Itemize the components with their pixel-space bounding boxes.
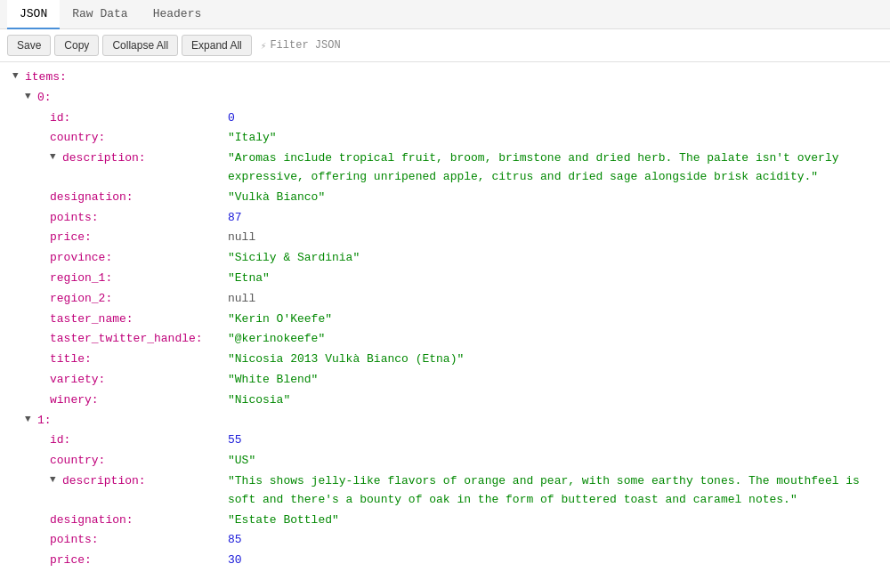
filter-area[interactable]: ⚡ Filter JSON: [261, 39, 341, 52]
item0-title-row: title: "Nicosia 2013 Vulkà Bianco (Etna)…: [0, 350, 890, 370]
item0-country-row: country: "Italy": [0, 128, 890, 149]
item1-designation-val: "Estate Bottled": [228, 513, 339, 527]
expand-all-button[interactable]: Expand All: [182, 35, 252, 56]
item0-region1-row: region_1: "Etna": [0, 269, 890, 289]
item0-region1-val: "Etna": [228, 271, 270, 285]
toolbar: Save Copy Collapse All Expand All ⚡ Filt…: [0, 29, 890, 62]
item0-province-key: province:: [50, 249, 112, 268]
item0-winery-row: winery: "Nicosia": [0, 391, 890, 411]
item1-description-key: description:: [62, 472, 146, 491]
item0-points-val: 87: [228, 211, 242, 224]
item0-winery-val: "Nicosia": [228, 393, 290, 407]
item0-country-key: country:: [50, 129, 105, 148]
item0-designation-row: designation: "Vulkà Bianco": [0, 188, 890, 208]
item1-id-row: id: 55: [0, 431, 890, 451]
item1-points-val: 85: [228, 533, 242, 546]
item0-points-key: points:: [50, 209, 99, 228]
item1-id-key: id:: [50, 431, 70, 450]
item1-price-val: 30: [228, 553, 242, 567]
tab-headers[interactable]: Headers: [141, 0, 214, 29]
item0-taster-name-row: taster_name: "Kerin O'Keefe": [0, 310, 890, 330]
item0-variety-row: variety: "White Blend": [0, 370, 890, 391]
save-button[interactable]: Save: [7, 35, 51, 56]
item0-variety-key: variety:: [50, 371, 105, 390]
item1-points-row: points: 85: [0, 530, 890, 551]
item0-description-row: ▼ description: "Aromas include tropical …: [0, 149, 890, 188]
items-label: items:: [25, 68, 67, 87]
item1-label: 1:: [37, 412, 52, 431]
item0-price-row: price: null: [0, 228, 890, 248]
item0-taster-name-key: taster_name:: [50, 310, 134, 329]
item0-title-val: "Nicosia 2013 Vulkà Bianco (Etna)": [228, 352, 464, 366]
filter-icon: ⚡: [261, 40, 267, 52]
item0-id-key: id:: [50, 109, 70, 128]
item0-province-row: province: "Sicily & Sardinia": [0, 248, 890, 269]
item0-designation-key: designation:: [50, 189, 134, 207]
item0-taster-twitter-val: "@kerinokeefe": [228, 332, 325, 345]
item1-designation-row: designation: "Estate Bottled": [0, 511, 890, 531]
item0-country-val: "Italy": [228, 131, 277, 144]
tab-json[interactable]: JSON: [7, 0, 60, 29]
item0-id-row: id: 0: [0, 109, 890, 129]
item1-country-key: country:: [50, 452, 105, 471]
item0-province-val: "Sicily & Sardinia": [228, 251, 360, 264]
item0-taster-name-val: "Kerin O'Keefe": [228, 312, 332, 326]
item1-price-key: price:: [50, 552, 92, 570]
tab-raw[interactable]: Raw Data: [60, 0, 140, 29]
item0-price-val: null: [228, 230, 255, 244]
item1-description-row: ▼ description: "This shows jelly-like fl…: [0, 471, 890, 511]
item1-designation-key: designation:: [50, 511, 134, 530]
items-toggle[interactable]: ▼: [12, 68, 25, 85]
item0-taster-twitter-row: taster_twitter_handle: "@kerinokeefe": [0, 329, 890, 350]
item1-toggle[interactable]: ▼: [25, 412, 37, 428]
copy-button[interactable]: Copy: [54, 35, 99, 56]
item0-toggle[interactable]: ▼: [25, 89, 37, 105]
item0-taster-twitter-key: taster_twitter_handle:: [50, 330, 203, 349]
item0-title-key: title:: [50, 350, 92, 369]
item0-region2-val: null: [228, 292, 255, 305]
item0-region2-row: region_2: null: [0, 289, 890, 310]
item1-points-key: points:: [50, 531, 99, 550]
item0-variety-val: "White Blend": [228, 373, 318, 386]
item0-id-val: 0: [228, 111, 235, 125]
item0-price-key: price:: [50, 229, 92, 247]
item0-description-val: "Aromas include tropical fruit, broom, b…: [228, 151, 839, 183]
collapse-all-button[interactable]: Collapse All: [102, 35, 178, 56]
item0-winery-key: winery:: [50, 391, 99, 410]
item0-region2-key: region_2:: [50, 290, 112, 309]
item0-region1-key: region_1:: [50, 270, 112, 288]
tab-bar: JSON Raw Data Headers: [0, 0, 890, 29]
item0-row: ▼ 0:: [0, 88, 890, 109]
item1-country-val: "US": [228, 454, 255, 467]
item1-description-toggle[interactable]: ▼: [50, 472, 62, 488]
json-content: ▼ items: ▼ 0: id: 0 country: "Italy" ▼ d…: [0, 62, 890, 577]
item0-description-key: description:: [62, 149, 146, 168]
item1-row: ▼ 1:: [0, 411, 890, 431]
item0-designation-val: "Vulkà Bianco": [228, 190, 325, 204]
item1-price-row: price: 30: [0, 551, 890, 571]
item0-description-toggle[interactable]: ▼: [50, 149, 62, 165]
item0-label: 0:: [37, 89, 52, 108]
item1-description-val: "This shows jelly-like flavors of orange…: [228, 474, 860, 506]
filter-label: Filter JSON: [270, 39, 340, 52]
item1-id-val: 55: [228, 433, 242, 447]
item1-country-row: country: "US": [0, 451, 890, 471]
items-row: ▼ items:: [0, 68, 890, 88]
item0-points-row: points: 87: [0, 208, 890, 229]
